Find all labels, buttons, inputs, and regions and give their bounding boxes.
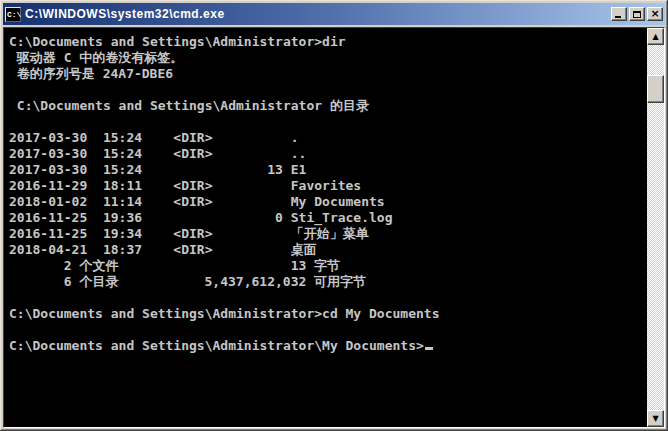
scroll-up-button[interactable]: ▲ bbox=[647, 28, 664, 45]
close-button[interactable]: × bbox=[647, 7, 663, 21]
terminal-line: 2017-03-30 15:24 <DIR> .. bbox=[9, 146, 647, 162]
minimize-button[interactable] bbox=[611, 7, 627, 21]
terminal-line: 2018-01-02 11:14 <DIR> My Documents bbox=[9, 194, 647, 210]
scroll-thumb[interactable] bbox=[647, 75, 664, 103]
maximize-icon bbox=[633, 11, 641, 18]
terminal-line: 2 个文件 13 字节 bbox=[9, 258, 647, 274]
terminal-line: 2017-03-30 15:24 13 E1 bbox=[9, 162, 647, 178]
cmd-console-icon[interactable]: C:\ bbox=[5, 7, 21, 22]
terminal-line: 2016-11-25 19:36 0 Sti_Trace.log bbox=[9, 210, 647, 226]
terminal-line: 驱动器 C 中的卷没有标签。 bbox=[9, 50, 647, 66]
scroll-up-icon: ▲ bbox=[652, 33, 658, 41]
terminal-line: C:\Documents and Settings\Administrator\… bbox=[9, 338, 647, 354]
terminal-line: 2018-04-21 18:37 <DIR> 桌面 bbox=[9, 242, 647, 258]
terminal-line bbox=[9, 322, 647, 338]
text-cursor bbox=[425, 347, 433, 350]
terminal-line bbox=[9, 290, 647, 306]
client-area: C:\Documents and Settings\Administrator>… bbox=[3, 27, 665, 428]
terminal-line bbox=[9, 114, 647, 130]
cmd-window: C:\ C:\WINDOWS\system32\cmd.exe × C:\Doc… bbox=[0, 0, 668, 431]
titlebar[interactable]: C:\ C:\WINDOWS\system32\cmd.exe × bbox=[3, 3, 665, 25]
terminal-line: C:\Documents and Settings\Administrator>… bbox=[9, 306, 647, 322]
terminal-line: 6 个目录 5,437,612,032 可用字节 bbox=[9, 274, 647, 290]
scroll-down-icon: ▼ bbox=[652, 415, 658, 423]
vertical-scrollbar[interactable]: ▲ ▼ bbox=[647, 28, 664, 427]
close-icon: × bbox=[650, 8, 659, 19]
terminal-line: 卷的序列号是 24A7-DBE6 bbox=[9, 66, 647, 82]
window-title: C:\WINDOWS\system32\cmd.exe bbox=[25, 3, 609, 25]
maximize-button[interactable] bbox=[629, 7, 645, 21]
terminal-line: C:\Documents and Settings\Administrator … bbox=[9, 98, 647, 114]
minimize-icon bbox=[615, 16, 621, 18]
scroll-down-button[interactable]: ▼ bbox=[647, 410, 664, 427]
terminal-line: 2017-03-30 15:24 <DIR> . bbox=[9, 130, 647, 146]
terminal-output[interactable]: C:\Documents and Settings\Administrator>… bbox=[4, 28, 647, 427]
terminal-line: 2016-11-25 19:34 <DIR> 「开始」菜单 bbox=[9, 226, 647, 242]
terminal-line: C:\Documents and Settings\Administrator>… bbox=[9, 34, 647, 50]
terminal-line: 2016-11-29 18:11 <DIR> Favorites bbox=[9, 178, 647, 194]
terminal-line bbox=[9, 82, 647, 98]
